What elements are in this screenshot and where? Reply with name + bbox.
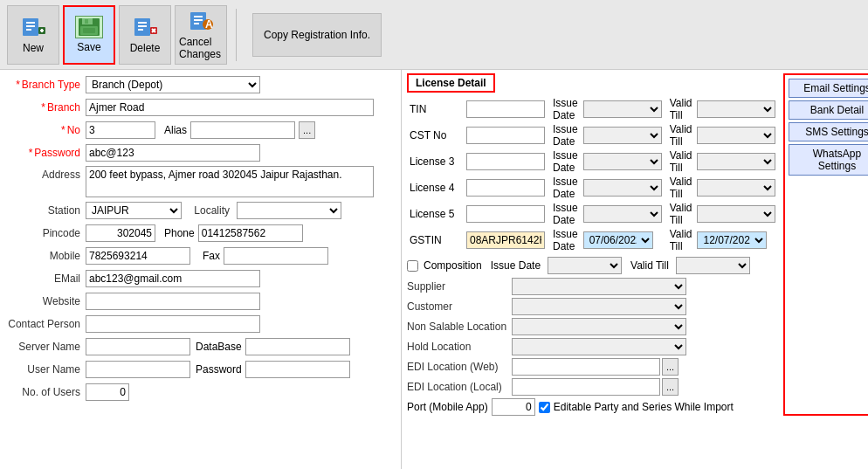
branch-type-row: *Branch Type Branch (Depot) [7, 75, 394, 94]
phone-input[interactable] [198, 224, 303, 242]
station-select[interactable]: JAIPUR [86, 202, 182, 219]
save-label: Save [77, 41, 100, 53]
editable-party-checkbox[interactable] [539, 402, 550, 413]
address-textarea[interactable]: 200 feet bypass, Ajmer road 302045 Jaipu… [86, 166, 374, 197]
alias-dots-button[interactable]: ... [299, 121, 315, 139]
branch-type-select[interactable]: Branch (Depot) [86, 76, 260, 93]
copy-registration-button[interactable]: Copy Registration Info. [252, 13, 382, 57]
composition-checkbox[interactable] [407, 260, 418, 272]
station-label: Station [7, 204, 86, 217]
hold-location-row: Hold Location [407, 338, 778, 355]
cst-valid-till-select[interactable] [697, 127, 775, 144]
cst-row: CST No Issue Date Valid Till [407, 122, 778, 148]
pincode-row: Pincode Phone [7, 224, 394, 243]
gstin-valid-till-select[interactable]: 12/07/2023 [697, 231, 767, 249]
username-label: User Name [7, 363, 86, 376]
delete-button[interactable]: Delete [119, 5, 171, 65]
edi-local-label: EDI Location (Local) [407, 381, 512, 393]
license3-issue-date-select[interactable] [583, 153, 662, 170]
license4-issue-date-select[interactable] [583, 179, 662, 197]
server-name-input[interactable] [86, 338, 190, 355]
bank-detail-button[interactable]: Bank Detail [789, 100, 868, 120]
hold-location-label: Hold Location [407, 341, 512, 353]
license3-issue-date-label: Issue Date [548, 148, 581, 175]
database-input[interactable] [245, 338, 350, 355]
alias-label: Alias [164, 124, 187, 136]
pincode-input[interactable] [86, 224, 155, 242]
license4-input[interactable] [466, 179, 545, 197]
cst-input[interactable] [466, 127, 545, 144]
tin-issue-date-label: Issue Date [548, 96, 581, 122]
svg-rect-14 [138, 25, 147, 27]
alias-input[interactable] [190, 121, 295, 139]
email-input[interactable] [86, 270, 260, 287]
gstin-issue-date-select[interactable]: 07/06/2022 [583, 231, 653, 249]
password-input[interactable] [86, 144, 260, 162]
gstin-input[interactable] [466, 231, 545, 249]
port-input[interactable] [492, 398, 535, 416]
website-input[interactable] [86, 293, 260, 310]
non-salable-select[interactable] [512, 318, 686, 335]
svg-rect-9 [85, 19, 88, 24]
license5-label: License 5 [407, 201, 464, 227]
mobile-input[interactable] [86, 247, 190, 265]
edi-web-dots-button[interactable]: ... [662, 358, 679, 376]
cancel-icon: A [187, 10, 215, 33]
edi-local-input[interactable] [512, 378, 660, 396]
no-users-input[interactable] [86, 383, 129, 401]
license5-issue-date-select[interactable] [583, 205, 662, 223]
cancel-label: Cancel Changes [179, 36, 223, 60]
server-name-label: Server Name [7, 341, 86, 353]
cancel-button[interactable]: A Cancel Changes [175, 5, 227, 65]
contact-person-row: Contact Person [7, 314, 394, 334]
email-settings-button[interactable]: Email Settings [789, 79, 868, 98]
sms-settings-button[interactable]: SMS Settings [789, 122, 868, 141]
composition-valid-till-select[interactable] [676, 257, 750, 274]
license3-valid-till-select[interactable] [697, 153, 775, 170]
mobile-row: Mobile Fax [7, 246, 394, 266]
license4-valid-till-select[interactable] [697, 179, 775, 197]
editable-party-label: Editable Party and Series While Import [554, 401, 734, 413]
supplier-select[interactable] [512, 278, 686, 295]
composition-issue-date-select[interactable] [548, 257, 622, 274]
username-input[interactable] [86, 361, 190, 378]
email-label: EMail [7, 272, 86, 285]
edi-web-input[interactable] [512, 358, 660, 376]
tin-issue-date-select[interactable] [583, 100, 662, 118]
edi-local-dots-button[interactable]: ... [662, 378, 679, 396]
svg-rect-20 [194, 16, 203, 17]
contact-person-input[interactable] [86, 315, 260, 333]
locality-select[interactable] [237, 202, 341, 219]
toolbar-separator [236, 9, 237, 61]
new-button[interactable]: New [7, 5, 59, 65]
branch-input[interactable] [86, 99, 374, 116]
right-section-wrapper: License Detail TIN Issue Date Valid Till… [407, 73, 863, 416]
db-password-input[interactable] [245, 361, 350, 378]
website-row: Website [7, 292, 394, 311]
whatsapp-settings-button[interactable]: WhatsApp Settings [789, 144, 868, 176]
edi-web-label: EDI Location (Web) [407, 361, 512, 373]
supplier-row: Supplier [407, 278, 778, 295]
composition-valid-till-label: Valid Till [630, 259, 669, 272]
no-users-label: No. of Users [7, 386, 86, 398]
cst-issue-date-select[interactable] [583, 127, 662, 144]
license3-input[interactable] [466, 153, 545, 170]
no-input[interactable] [86, 121, 155, 139]
license5-input[interactable] [466, 205, 545, 223]
save-button[interactable]: Save [63, 5, 115, 65]
tin-row: TIN Issue Date Valid Till [407, 96, 778, 122]
username-row: User Name Password [7, 360, 394, 379]
license5-valid-till-select[interactable] [697, 205, 775, 223]
customer-select[interactable] [512, 298, 686, 315]
license5-issue-date-label: Issue Date [548, 201, 581, 227]
svg-rect-21 [194, 19, 203, 21]
gstin-label: GSTIN [407, 227, 464, 253]
fax-input[interactable] [224, 247, 328, 265]
hold-location-select[interactable] [512, 338, 686, 355]
right-panel: License Detail TIN Issue Date Valid Till… [402, 70, 868, 469]
gstin-issue-date-label: Issue Date [548, 227, 581, 253]
locality-label: Locality [185, 204, 233, 217]
tin-valid-till-select[interactable] [697, 100, 775, 118]
db-password-label: Password [196, 363, 242, 376]
tin-input[interactable] [466, 100, 545, 118]
